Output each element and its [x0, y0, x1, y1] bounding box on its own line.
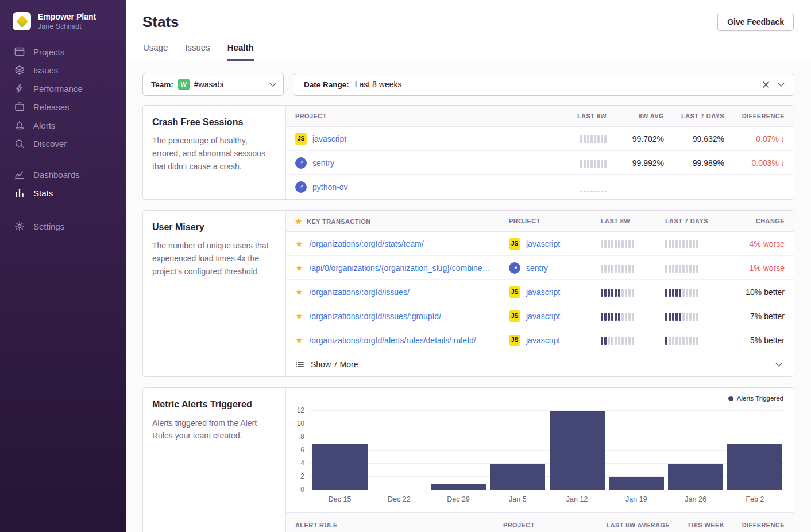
down-arrow-icon: ↓ [781, 158, 785, 168]
date-range-selector[interactable]: Date Range: Last 8 weeks [293, 73, 794, 96]
project-cell: sentry [295, 157, 538, 169]
date-range-label: Date Range: [304, 80, 349, 89]
transaction-link[interactable]: /organizations/:orgId/issues/ [309, 288, 409, 297]
chart-x-axis: Dec 15Dec 22Dec 29Jan 5Jan 12Jan 19Jan 2… [310, 495, 785, 503]
sparkline-bar [615, 289, 617, 297]
transaction-link[interactable]: /organizations/:orgId/alerts/rules/detai… [309, 336, 476, 345]
sparkline-bar [580, 191, 582, 192]
tab-issues[interactable]: Issues [184, 42, 210, 61]
key-transaction-star-icon[interactable]: ★ [295, 288, 303, 296]
panel-title: Metric Alerts Triggered [152, 399, 276, 410]
team-selector[interactable]: Team: W #wasabi [142, 73, 284, 96]
sparkline-bar [618, 313, 620, 321]
sidebar-item-performance[interactable]: Performance [0, 79, 126, 98]
sparkline-bar [686, 265, 688, 273]
show-more-button[interactable]: Show 7 More [286, 352, 794, 376]
table-row: JS javascript 99.702% 99.632% 0.07%↓ [286, 127, 794, 151]
project-link[interactable]: javascript [526, 336, 560, 345]
sparkline-bar [632, 313, 634, 321]
x-axis-label: Jan 12 [547, 495, 607, 503]
last-8w-sparkline [601, 239, 665, 248]
project-link[interactable]: javascript [526, 239, 560, 248]
sparkline-bar [672, 289, 674, 297]
sparkline-bar [682, 289, 685, 297]
sparkline-bar [601, 265, 603, 273]
sparkline-bar [584, 191, 586, 192]
y-axis-label: 8 [300, 433, 304, 441]
issues-icon [14, 65, 25, 75]
column-header: LAST 7 DAYS [664, 112, 724, 119]
last-8w-sparkline [601, 336, 665, 345]
sidebar-item-stats[interactable]: Stats [0, 184, 126, 202]
give-feedback-button[interactable]: Give Feedback [717, 13, 794, 31]
project-link[interactable]: javascript [526, 312, 560, 321]
column-header: PROJECT [295, 112, 538, 119]
sparkline-bar [618, 337, 620, 345]
x-axis-label: Dec 15 [310, 495, 369, 503]
javascript-platform-icon: JS [295, 133, 307, 145]
date-range-value: Last 8 weeks [355, 80, 402, 89]
sparkline-bar [675, 337, 678, 345]
tab-usage[interactable]: Usage [142, 42, 168, 61]
column-header: CHANGE [729, 218, 785, 224]
sidebar-item-discover[interactable]: Discover [0, 134, 126, 153]
transaction-link[interactable]: /organizations/:orgId/issues/:groupId/ [309, 312, 441, 321]
sidebar-item-issues[interactable]: Issues [0, 61, 126, 79]
legend-label: Alerts Triggered [737, 395, 783, 402]
dashboards-icon [14, 169, 25, 180]
chart-area: 024681012 [292, 411, 785, 490]
clear-date-range-icon[interactable] [762, 81, 770, 88]
transaction-link[interactable]: /organizations/:orgId/stats/team/ [309, 239, 423, 248]
avg-8w-value: 99.702% [607, 134, 664, 143]
transaction-link[interactable]: /api/0/organizations/{organization_slug}… [309, 263, 490, 273]
column-header: LAST 8W [601, 218, 665, 224]
change-value: 5% better [729, 336, 785, 345]
key-transaction-star-icon[interactable]: ★ [295, 239, 303, 248]
key-transaction-star-icon[interactable]: ★ [295, 263, 303, 272]
project-link[interactable]: javascript [312, 134, 346, 143]
sparkline-bar [628, 265, 631, 273]
sparkline-bar [686, 240, 688, 248]
sparkline-bar [604, 240, 607, 248]
sparkline-bar [628, 313, 631, 321]
avg-8w-value: 99.992% [607, 158, 664, 168]
column-header: THIS WEEK [670, 522, 724, 529]
sidebar-item-alerts[interactable]: Alerts [0, 116, 126, 134]
project-link[interactable]: sentry [312, 158, 334, 168]
settings-icon [14, 221, 25, 231]
last-7d-sparkline [665, 312, 729, 321]
table-row: ★ /organizations/:orgId/alerts/rules/det… [286, 328, 794, 352]
sparkline-bar [621, 337, 624, 345]
project-link[interactable]: python-ov [312, 182, 347, 192]
sentry-platform-icon [295, 181, 307, 193]
sparkline-bar [621, 265, 624, 273]
sidebar-item-label: Discover [33, 139, 67, 149]
tab-health[interactable]: Health [227, 42, 254, 61]
key-transaction-star-icon[interactable]: ★ [295, 312, 303, 320]
sidebar-item-dashboards[interactable]: Dashboards [0, 165, 126, 184]
crash-free-sessions-panel: Crash Free Sessions The percentage of he… [142, 105, 794, 200]
crash-free-sessions-info: Crash Free Sessions The percentage of he… [143, 106, 286, 199]
project-link[interactable]: sentry [526, 263, 548, 273]
sparkline-bar [665, 240, 667, 248]
sidebar-item-projects[interactable]: Projects [0, 42, 126, 61]
key-transaction-star-icon[interactable]: ★ [295, 336, 303, 344]
project-link[interactable]: javascript [526, 288, 560, 297]
sparkline-bar [611, 337, 613, 345]
sidebar-nav-secondary: Dashboards Stats [0, 165, 126, 202]
sidebar-item-settings[interactable]: Settings [0, 217, 126, 235]
sparkline-bar [675, 240, 678, 248]
filter-bar: Team: W #wasabi Date Range: Last 8 weeks [142, 73, 794, 96]
org-switcher[interactable]: Empower Plant Jane Schmidt [0, 0, 126, 42]
sidebar-item-releases[interactable]: Releases [0, 98, 126, 116]
last-7d-value: – [664, 182, 724, 192]
alerts-triggered-bar [609, 477, 664, 490]
transaction-cell: ★ /organizations/:orgId/stats/team/ [295, 239, 509, 248]
alerts-table-header: ALERT RULE PROJECT LAST 8W AVERAGE THIS … [286, 512, 794, 532]
table-row: ★ /organizations/:orgId/issues/:groupId/… [286, 304, 794, 328]
sparkline-bar [672, 240, 674, 248]
sparkline-bar [632, 240, 634, 248]
column-header: ★KEY TRANSACTION [295, 218, 509, 225]
sparkline-bar [693, 313, 695, 321]
sparkline-bar [608, 289, 610, 297]
